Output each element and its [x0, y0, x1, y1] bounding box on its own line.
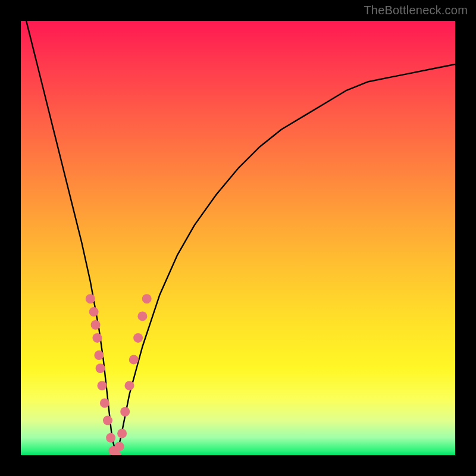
- chart-frame: TheBottleneck.com: [0, 0, 476, 476]
- watermark-text: TheBottleneck.com: [364, 4, 468, 17]
- plot-area: [21, 21, 455, 455]
- gradient-background: [21, 21, 455, 455]
